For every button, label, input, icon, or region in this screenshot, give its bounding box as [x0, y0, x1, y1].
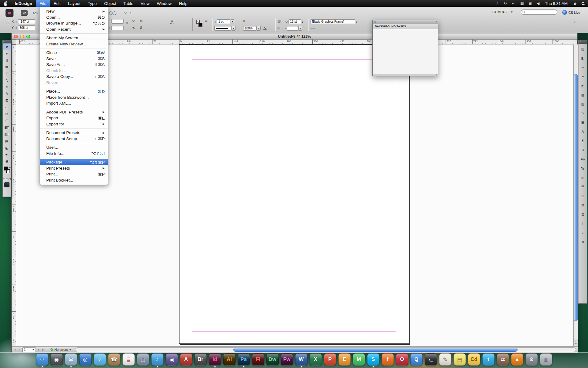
select-container-badge[interactable]: P,: [170, 20, 174, 25]
hand-tool[interactable]: ☛: [3, 151, 11, 158]
menubar-menu-window[interactable]: Window: [153, 0, 175, 7]
rotate-90-ccw-icon[interactable]: ⟲: [132, 26, 135, 30]
color-panel-icon[interactable]: ◩: [579, 82, 586, 89]
story-editor-panel-icon[interactable]: ☰: [579, 184, 586, 190]
dock-app-address-book[interactable]: ☎: [108, 353, 121, 367]
screen-mode-button[interactable]: [4, 182, 9, 187]
bridge-button[interactable]: Br: [21, 10, 28, 16]
last-page-button[interactable]: »: [40, 348, 45, 351]
dock-app-trash[interactable]: ▥: [540, 353, 552, 367]
menu-item-export-for[interactable]: Export for▶: [40, 121, 108, 127]
scale-y-stepper[interactable]: ▲▼: [109, 27, 111, 29]
corner-options-select[interactable]: [287, 26, 298, 31]
menu-item-place-from-buzzword[interactable]: Place from Buzzword...: [40, 94, 108, 101]
cell-styles-panel-icon[interactable]: ⊟: [579, 202, 586, 208]
rectangle-frame-tool[interactable]: ⊠: [3, 97, 11, 104]
constrain-link-icon[interactable]: ∞: [126, 21, 128, 25]
menu-item-save[interactable]: Save⌘S: [40, 56, 108, 62]
scale-x-input[interactable]: [111, 19, 124, 24]
menubar-menu-view[interactable]: View: [137, 0, 153, 7]
panel-menu-icon[interactable]: ▪▪: [436, 21, 437, 23]
leading-input[interactable]: 12 pt: [288, 19, 301, 24]
battery-icon[interactable]: ⚡: [494, 0, 501, 7]
document-page[interactable]: [179, 44, 409, 344]
vertical-scrollbar-thumb[interactable]: [574, 74, 578, 321]
gap-tool[interactable]: ⇆: [3, 63, 11, 70]
dock-app-transmit[interactable]: ⇄: [496, 353, 509, 367]
menu-item-document-setup[interactable]: Document Setup...⌥⌘P: [40, 136, 108, 142]
dock-app-entourage[interactable]: E: [338, 353, 351, 367]
gradient-feather-tool[interactable]: [3, 131, 11, 138]
stroke-type-select[interactable]: [214, 26, 232, 31]
menu-item-create-new-review[interactable]: Create New Review...: [40, 41, 108, 47]
swap-fill-stroke-icon[interactable]: ⇄: [205, 20, 208, 23]
x-stepper[interactable]: ▲▼: [15, 20, 17, 23]
flip-horizontal-icon[interactable]: ⇋: [140, 19, 142, 23]
gradient-panel-icon[interactable]: ▨: [579, 101, 586, 107]
menu-item-share-my-screen[interactable]: Share My Screen...: [40, 35, 108, 41]
menu-item-place[interactable]: Place...⌘D: [40, 88, 108, 94]
menu-item-new[interactable]: New▶: [40, 8, 108, 14]
menu-item-browse-in-bridge[interactable]: Browse in Bridge...⌥⌘O: [40, 20, 108, 26]
panel-title-bar[interactable]: ▪▪: [373, 20, 438, 24]
stroke-type-dropdown-icon[interactable]: ▼: [232, 26, 236, 31]
dock-app-indesign[interactable]: Id: [209, 353, 221, 367]
expand-panels-icon[interactable]: «: [579, 40, 587, 44]
menu-item-file-info[interactable]: File Info...⌥⇧⌘I: [40, 151, 108, 157]
align-icons[interactable]: ▫▫▫▫: [311, 26, 315, 30]
menu-item-save-as[interactable]: Save As...⇧⌘S: [40, 62, 108, 68]
menubar-menu-table[interactable]: Table: [120, 0, 137, 7]
menu-item-user[interactable]: User...: [40, 144, 108, 151]
dock-app-illustrator[interactable]: Ai: [223, 353, 236, 367]
previous-page-button[interactable]: ‹: [18, 348, 22, 351]
search-input[interactable]: [521, 10, 557, 15]
menubar-menu-type[interactable]: Type: [84, 0, 100, 7]
dock-app-dreamweaver[interactable]: Dw: [266, 353, 279, 367]
object-style-stepper[interactable]: ▲▼: [356, 20, 358, 23]
scissors-tool[interactable]: ✂: [3, 111, 11, 117]
zoom-tool[interactable]: ⊕: [3, 158, 11, 165]
swatches-panel-icon[interactable]: ▦: [579, 92, 586, 98]
workspace-switcher[interactable]: COMPACT ▼: [492, 10, 513, 14]
scroll-arrows[interactable]: ▲▼: [574, 339, 578, 346]
opacity-dropdown-icon[interactable]: ▼: [257, 26, 261, 31]
dock-app-fireworks[interactable]: Fw: [281, 353, 293, 367]
gradient-swatch-tool[interactable]: [3, 124, 11, 131]
page-number-select[interactable]: 1 ▼: [22, 347, 36, 352]
dock-app-twitter[interactable]: t: [482, 353, 495, 367]
menu-item-import-xml[interactable]: Import XML...: [40, 100, 108, 106]
first-page-button[interactable]: «: [13, 348, 18, 351]
preflight-menu-icon[interactable]: ▼: [69, 349, 71, 351]
y-input[interactable]: 308 pt: [18, 25, 35, 30]
dock-app-vlc[interactable]: ▲: [511, 353, 524, 367]
user-menu-icon[interactable]: ☻: [571, 0, 580, 7]
text-wrap-panel-icon[interactable]: ◎: [579, 174, 586, 181]
effects-panel-icon[interactable]: fx: [579, 110, 586, 116]
dock-app-opera[interactable]: O: [396, 353, 409, 367]
line-tool[interactable]: ╲: [3, 77, 11, 84]
apply-none-button[interactable]: [9, 178, 11, 180]
apply-gradient-button[interactable]: [6, 178, 8, 180]
dock-app-quicktime[interactable]: Q: [410, 353, 423, 367]
menu-item-export[interactable]: Export...⌘E: [40, 115, 108, 121]
volume-icon[interactable]: ◀: [534, 0, 542, 7]
menubar-menu-layout[interactable]: Layout: [64, 0, 84, 7]
dock-app-preview[interactable]: ▢: [137, 353, 149, 367]
resize-grip-icon[interactable]: ◢: [435, 73, 437, 76]
dock-app-photoshop[interactable]: Ps: [237, 353, 250, 367]
page-tool[interactable]: ▯: [3, 57, 11, 63]
dock-app-acrobat[interactable]: A: [180, 353, 193, 367]
stroke-panel-icon[interactable]: ≡: [579, 73, 586, 79]
menu-item-print[interactable]: Print...⌘P: [40, 171, 108, 177]
flip-vertical-icon[interactable]: ⇵: [140, 26, 142, 30]
horizontal-scrollbar[interactable]: [75, 347, 576, 352]
ellipse-icon[interactable]: ◯◯: [109, 11, 117, 15]
dock-app-messenger[interactable]: M: [352, 353, 365, 367]
shear-icon[interactable]: ∠: [129, 11, 132, 15]
character-styles-panel-icon[interactable]: Aa: [579, 156, 586, 162]
pencil-tool[interactable]: ✎: [3, 90, 11, 97]
next-page-button[interactable]: ›: [36, 348, 40, 351]
stroke-weight-dropdown-icon[interactable]: ▼: [231, 19, 234, 24]
menu-item-close[interactable]: Close⌘W: [40, 50, 108, 56]
dock-app-cyberduck[interactable]: Cd: [468, 353, 481, 367]
